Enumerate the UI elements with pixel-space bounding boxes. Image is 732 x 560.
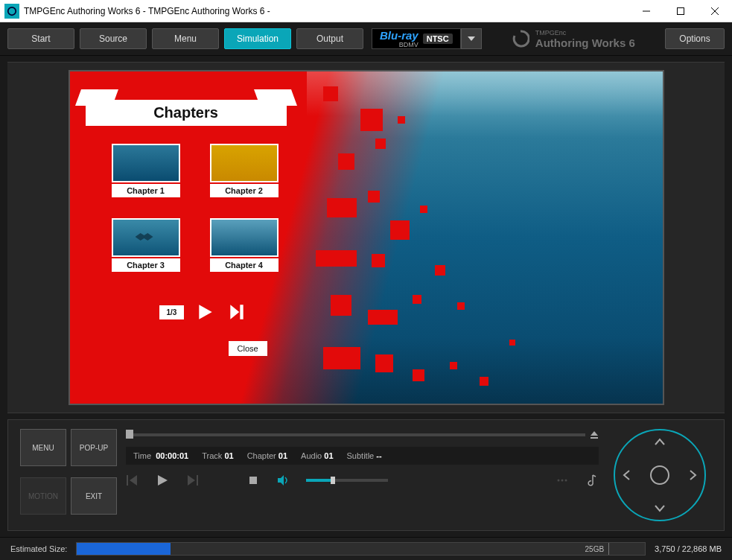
disc-capacity: 25GB bbox=[585, 543, 610, 555]
chapter-label: Chapter 4 bbox=[210, 258, 279, 272]
chapter-item-3[interactable]: Chapter 3 bbox=[112, 218, 180, 272]
next-icon[interactable] bbox=[227, 302, 246, 322]
tab-simulation[interactable]: Simulation bbox=[224, 28, 291, 49]
chapter-item-2[interactable]: Chapter 2 bbox=[210, 144, 279, 197]
disc-menu-close-button[interactable]: Close bbox=[229, 341, 267, 356]
audio-value: 01 bbox=[324, 451, 333, 460]
svg-point-9 bbox=[565, 480, 567, 482]
play-icon[interactable] bbox=[196, 302, 215, 322]
svg-rect-2 bbox=[241, 305, 244, 319]
stop-button[interactable] bbox=[246, 474, 260, 487]
motion-button: MOTION bbox=[20, 477, 66, 515]
window-minimize-button[interactable] bbox=[629, 0, 663, 22]
brand-logo: TMPGEnc Authoring Works 6 bbox=[487, 29, 660, 49]
popup-button[interactable]: POP-UP bbox=[71, 429, 117, 466]
chapter-thumbnail bbox=[112, 144, 180, 182]
chapter-label: Chapter 3 bbox=[112, 258, 180, 272]
size-progress-bar: 25GB bbox=[76, 542, 646, 556]
audio-note-icon[interactable] bbox=[585, 474, 599, 487]
playback-control-panel: MENU POP-UP MOTION EXIT Time 00:00:01 Tr… bbox=[7, 419, 725, 531]
options-button[interactable]: Options bbox=[665, 28, 725, 49]
tab-start[interactable]: Start bbox=[7, 28, 74, 49]
svg-rect-5 bbox=[197, 475, 198, 486]
chapter-label: Chapter 1 bbox=[112, 184, 180, 197]
window-title: TMPGEnc Authoring Works 6 - TMPGEnc Auth… bbox=[24, 6, 629, 16]
dpad-navigator bbox=[614, 429, 706, 521]
svg-rect-4 bbox=[127, 475, 128, 486]
dpad-down-button[interactable] bbox=[654, 502, 666, 514]
chapter-thumbnail bbox=[210, 218, 279, 257]
dpad-right-button[interactable] bbox=[687, 469, 698, 481]
chapter-item-4[interactable]: Chapter 4 bbox=[210, 218, 279, 272]
svg-point-0 bbox=[8, 7, 16, 15]
svg-rect-1 bbox=[678, 7, 684, 14]
volume-icon[interactable] bbox=[276, 474, 290, 487]
format-sub: BDMV bbox=[399, 42, 418, 48]
format-dropdown-button[interactable] bbox=[461, 28, 482, 49]
preview-area: Chapters Chapter 1 Chapter 2 Chapter 3 bbox=[7, 62, 725, 413]
eject-icon[interactable] bbox=[590, 429, 599, 442]
playback-info-bar: Time 00:00:01 Track 01 Chapter 01 Audio … bbox=[126, 447, 599, 465]
chapter-thumbnail bbox=[210, 144, 279, 182]
format-name: Blu-ray bbox=[380, 29, 418, 42]
more-button bbox=[556, 474, 569, 487]
disc-menu-preview[interactable]: Chapters Chapter 1 Chapter 2 Chapter 3 bbox=[69, 70, 664, 405]
tab-menu[interactable]: Menu bbox=[152, 28, 219, 49]
window-titlebar: TMPGEnc Authoring Works 6 - TMPGEnc Auth… bbox=[0, 0, 732, 22]
next-chapter-button bbox=[185, 474, 199, 487]
subtitle-value: -- bbox=[376, 451, 381, 460]
exit-button[interactable]: EXIT bbox=[71, 477, 117, 515]
dpad-left-button[interactable] bbox=[621, 469, 633, 481]
menu-button[interactable]: MENU bbox=[20, 429, 66, 466]
volume-slider[interactable] bbox=[306, 479, 388, 482]
scrub-thumb[interactable] bbox=[126, 430, 133, 439]
track-value: 01 bbox=[224, 451, 233, 460]
svg-point-7 bbox=[558, 480, 560, 482]
status-bar: Estimated Size: 25GB 3,750 / 22,868 MB bbox=[0, 537, 732, 560]
scrub-slider[interactable] bbox=[126, 433, 585, 436]
chapters-heading: Chapters bbox=[86, 100, 287, 126]
chapter-page-counter: 1/3 bbox=[159, 305, 185, 319]
chapter-label: Chapter 2 bbox=[210, 184, 279, 197]
time-value: 00:00:01 bbox=[156, 451, 188, 460]
chapter-value: 01 bbox=[279, 451, 287, 460]
window-close-button[interactable] bbox=[698, 0, 732, 22]
format-badge: Blu-ray BDMV NTSC bbox=[372, 28, 461, 49]
prev-chapter-button bbox=[126, 474, 139, 487]
tab-source[interactable]: Source bbox=[80, 28, 147, 49]
tab-output[interactable]: Output bbox=[296, 28, 363, 49]
window-maximize-button[interactable] bbox=[663, 0, 698, 22]
estimated-size-label: Estimated Size: bbox=[10, 544, 67, 553]
chapters-panel: Chapters Chapter 1 Chapter 2 Chapter 3 bbox=[82, 100, 290, 272]
video-standard: NTSC bbox=[423, 34, 453, 44]
dpad-select-button[interactable] bbox=[650, 465, 669, 485]
chapter-thumbnail bbox=[112, 218, 180, 257]
top-toolbar: Start Source Menu Simulation Output Blu-… bbox=[0, 22, 732, 56]
size-fill bbox=[77, 543, 170, 555]
dpad-up-button[interactable] bbox=[654, 436, 666, 448]
chapter-item-1[interactable]: Chapter 1 bbox=[112, 144, 180, 197]
app-icon bbox=[4, 4, 19, 19]
play-button[interactable] bbox=[156, 474, 169, 487]
svg-point-8 bbox=[561, 480, 564, 482]
size-text: 3,750 / 22,868 MB bbox=[655, 544, 722, 553]
svg-rect-3 bbox=[591, 437, 598, 439]
svg-rect-6 bbox=[249, 477, 257, 484]
